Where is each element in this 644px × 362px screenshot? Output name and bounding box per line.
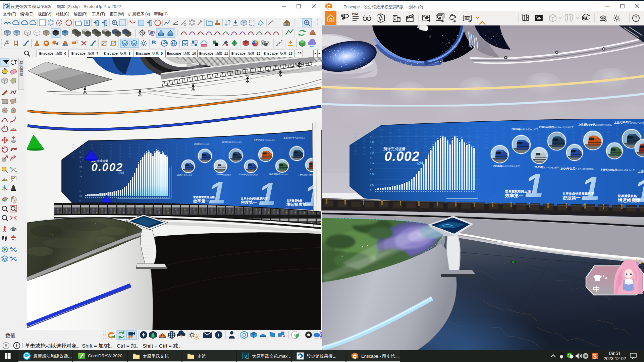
- svg-text:3: 3: [370, 157, 372, 160]
- svg-text:4.5: 4.5: [370, 140, 374, 143]
- svg-text:效率第一: 效率第一: [505, 193, 524, 198]
- svg-text:亿吨: 亿吨: [417, 161, 424, 165]
- svg-text:增运幅度第一: 增运幅度第一: [618, 198, 644, 203]
- svg-text:4: 4: [370, 146, 372, 149]
- svg-text:0.002: 0.002: [384, 149, 420, 164]
- svg-text:1: 1: [259, 177, 276, 211]
- svg-text:密度第一: 密度第一: [241, 200, 257, 205]
- svg-text:A1: A1: [12, 177, 15, 180]
- svg-text:上世纪90年代型电力机车: 上世纪90年代型电力机车: [283, 136, 305, 139]
- svg-text:亿吨: 亿吨: [118, 171, 124, 175]
- svg-text:MAX: MAX: [246, 358, 249, 359]
- svg-text:世界单条铁路重载列车: 世界单条铁路重载列车: [562, 192, 595, 195]
- svg-text:2: 2: [370, 167, 372, 170]
- svg-text:1.5: 1.5: [79, 185, 83, 187]
- svg-text:2.5: 2.5: [79, 176, 83, 178]
- svg-text:上世纪90年代型电力机车: 上世纪90年代型电力机车: [267, 173, 289, 176]
- svg-text:KG: KG: [153, 41, 156, 43]
- svg-text:0.5: 0.5: [79, 195, 83, 197]
- svg-text:360°: 360°: [465, 16, 470, 19]
- svg-text:2006年型电力机车: 2006年型电力机车: [194, 143, 210, 145]
- svg-text:1: 1: [525, 167, 544, 204]
- svg-text:世界重载铁路运输: 世界重载铁路运输: [505, 189, 531, 193]
- svg-text:5.0.8: 5.0.8: [202, 45, 206, 47]
- svg-text:BIM: BIM: [352, 12, 358, 16]
- svg-text:3.5: 3.5: [370, 151, 374, 154]
- svg-text:1: 1: [634, 172, 644, 209]
- svg-text:效率第一: 效率第一: [193, 199, 209, 203]
- svg-text:1: 1: [209, 176, 226, 210]
- svg-text:世界重载铁路运输: 世界重载铁路运输: [193, 196, 215, 199]
- svg-text:世界重载铁路: 世界重载铁路: [286, 199, 303, 202]
- svg-text:1: 1: [370, 178, 372, 181]
- svg-text:增运幅度第一: 增运幅度第一: [286, 202, 311, 207]
- svg-text:中: 中: [593, 285, 600, 293]
- svg-text:1.5: 1.5: [370, 173, 374, 176]
- svg-text:5: 5: [370, 135, 372, 138]
- svg-text:i: i: [218, 332, 219, 338]
- svg-text:3.5: 3.5: [79, 166, 83, 168]
- svg-text:0: 0: [370, 189, 372, 192]
- svg-text:2006年型电力机车: 2006年型电力机车: [177, 174, 192, 176]
- svg-text:PBR: PBR: [261, 43, 269, 47]
- svg-text:1: 1: [581, 170, 600, 207]
- svg-text:?: ?: [635, 15, 637, 20]
- svg-text:世界重载铁路: 世界重载铁路: [618, 194, 637, 198]
- svg-text:世界单条铁路重载列车: 世界单条铁路重载列车: [240, 197, 268, 200]
- svg-text:上世纪90年代型电力机车: 上世纪90年代型电力机车: [253, 139, 275, 141]
- svg-text:0.5: 0.5: [370, 183, 374, 186]
- svg-text:4.5: 4.5: [79, 156, 83, 158]
- svg-text:2000年以后型电力机车: 2000年以后型电力机车: [239, 173, 259, 176]
- svg-text:2000年以后型电力机车: 2000年以后型电力机车: [222, 141, 242, 143]
- svg-text:8: 8: [86, 21, 88, 25]
- svg-text:密度第一: 密度第一: [562, 195, 581, 200]
- svg-text:2.5: 2.5: [370, 162, 374, 165]
